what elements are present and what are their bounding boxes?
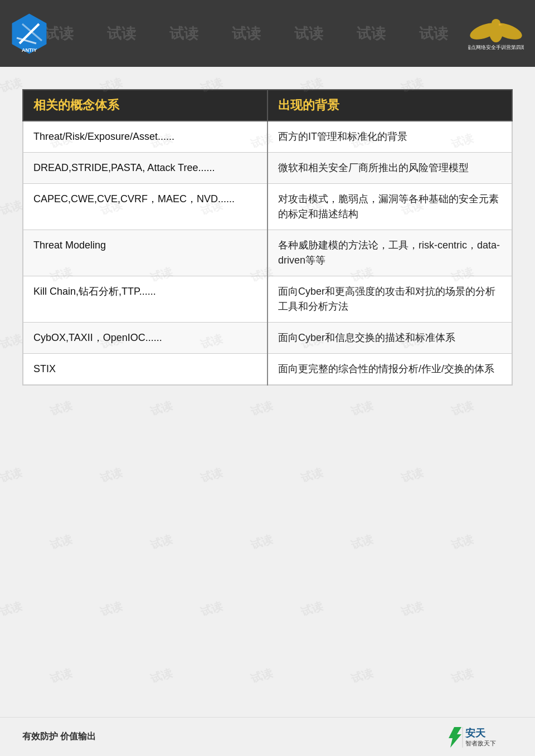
wm-28: 试读 <box>249 398 275 420</box>
col2-header-text: 出现的背景 <box>278 98 339 112</box>
wm-45: 试读 <box>400 598 426 620</box>
table-cell-col1: CybOX,TAXII，OpenIOC...... <box>23 323 268 354</box>
table-header-row: 相关的概念体系 出现的背景 <box>23 90 512 121</box>
table-cell-col2: 面向Cyber和更高强度的攻击和对抗的场景的分析工具和分析方法 <box>268 276 512 323</box>
svg-point-8 <box>492 19 500 28</box>
header-wm-6: 试读 <box>357 24 386 43</box>
wm-33: 试读 <box>199 465 225 486</box>
col1-header-text: 相关的概念体系 <box>33 98 119 112</box>
table-cell-col1: Threat Modeling <box>23 230 268 276</box>
table-cell-col2: 面向Cyber和信息交换的描述和标准体系 <box>268 323 512 354</box>
wm-46: 试读 <box>48 665 75 687</box>
wm-37: 试读 <box>149 531 175 553</box>
svg-text:安天: 安天 <box>465 727 486 739</box>
wm-42: 试读 <box>99 598 125 620</box>
wm-43: 试读 <box>199 598 225 620</box>
wm-41: 试读 <box>0 598 24 620</box>
table-row: Kill Chain,钻石分析,TTP......面向Cyber和更高强度的攻击… <box>23 276 512 323</box>
header-wm-4: 试读 <box>232 24 261 43</box>
footer-right: 安天 智者敌天下 <box>446 724 513 749</box>
main-content: 相关的概念体系 出现的背景 Threat/Risk/Exposure/Asset… <box>0 67 535 397</box>
table-cell-col1: STIX <box>23 354 268 386</box>
table-row: Threat/Risk/Exposure/Asset......西方的IT管理和… <box>23 121 512 153</box>
wm-29: 试读 <box>349 398 376 420</box>
wm-34: 试读 <box>299 465 325 486</box>
wm-26: 试读 <box>48 398 75 420</box>
col2-header: 出现的背景 <box>268 90 512 121</box>
header-right-logo: 端点网络安全手训营第四期 <box>468 14 524 53</box>
wm-30: 试读 <box>450 398 476 420</box>
wm-35: 试读 <box>400 465 426 486</box>
logo-icon: ANTIY <box>11 13 47 55</box>
table-cell-col1: DREAD,STRIDE,PASTA, Attack Tree...... <box>23 153 268 184</box>
table-cell-col2: 西方的IT管理和标准化的背景 <box>268 121 512 153</box>
header-watermarks: 试读 试读 试读 试读 试读 试读 试读 <box>45 0 451 67</box>
svg-text:端点网络安全手训营第四期: 端点网络安全手训营第四期 <box>468 45 524 50</box>
wm-49: 试读 <box>349 665 376 687</box>
header-wm-3: 试读 <box>169 24 198 43</box>
table-cell-col2: 各种威胁建模的方法论，工具，risk-centric，data-driven等等 <box>268 230 512 276</box>
footer-tagline: 有效防护 价值输出 <box>22 731 96 743</box>
table-row: Threat Modeling各种威胁建模的方法论，工具，risk-centri… <box>23 230 512 276</box>
wm-39: 试读 <box>349 531 376 553</box>
wm-47: 试读 <box>149 665 175 687</box>
table-row: CybOX,TAXII，OpenIOC......面向Cyber和信息交换的描述… <box>23 323 512 354</box>
header-wm-5: 试读 <box>294 24 323 43</box>
footer-left-text: 有效防护 价值输出 <box>22 731 96 741</box>
header-wm-2: 试读 <box>107 24 136 43</box>
wm-36: 试读 <box>48 531 75 553</box>
table-row: DREAD,STRIDE,PASTA, Attack Tree......微软和… <box>23 153 512 184</box>
footer-logo-icon: 安天 智者敌天下 <box>446 724 513 749</box>
wm-48: 试读 <box>249 665 275 687</box>
logo: ANTIY <box>11 13 47 55</box>
table-cell-col2: 面向更完整的综合性的情报分析/作业/交换的体系 <box>268 354 512 386</box>
table-cell-col1: Kill Chain,钻石分析,TTP...... <box>23 276 268 323</box>
wm-38: 试读 <box>249 531 275 553</box>
footer: 有效防护 价值输出 安天 智者敌天下 <box>0 717 535 756</box>
wm-31: 试读 <box>0 465 24 486</box>
wm-44: 试读 <box>299 598 325 620</box>
table-cell-col1: CAPEC,CWE,CVE,CVRF，MAEC，NVD...... <box>23 184 268 230</box>
header: ANTIY 试读 试读 试读 试读 试读 试读 试读 <box>0 0 535 67</box>
wm-40: 试读 <box>450 531 476 553</box>
table-row: CAPEC,CWE,CVE,CVRF，MAEC，NVD......对攻击模式，脆… <box>23 184 512 230</box>
table-cell-col2: 微软和相关安全厂商所推出的风险管理模型 <box>268 153 512 184</box>
table-cell-col2: 对攻击模式，脆弱点，漏洞等各种基础的安全元素的标定和描述结构 <box>268 184 512 230</box>
wm-32: 试读 <box>99 465 125 486</box>
right-logo-image: 端点网络安全手训营第四期 <box>468 14 524 53</box>
svg-text:智者敌天下: 智者敌天下 <box>465 740 496 747</box>
table-cell-col1: Threat/Risk/Exposure/Asset...... <box>23 121 268 153</box>
wm-27: 试读 <box>149 398 175 420</box>
header-wm-7: 试读 <box>419 24 448 43</box>
wm-50: 试读 <box>450 665 476 687</box>
svg-text:ANTIY: ANTIY <box>22 47 37 53</box>
col1-header: 相关的概念体系 <box>23 90 268 121</box>
header-wm-1: 试读 <box>45 24 74 43</box>
concepts-table: 相关的概念体系 出现的背景 Threat/Risk/Exposure/Asset… <box>22 89 513 386</box>
table-row: STIX面向更完整的综合性的情报分析/作业/交换的体系 <box>23 354 512 386</box>
